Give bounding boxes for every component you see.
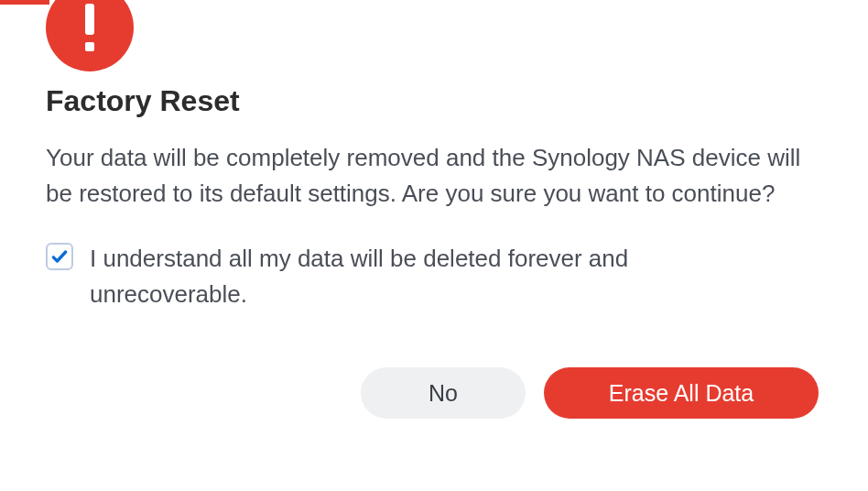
checkmark-icon: [50, 247, 69, 266]
dialog-body-text: Your data will be completely removed and…: [46, 140, 822, 212]
confirm-checkbox[interactable]: [46, 243, 73, 270]
confirm-checkbox-row: I understand all my data will be deleted…: [46, 241, 822, 312]
erase-all-data-button[interactable]: Erase All Data: [544, 367, 819, 419]
exclamation-bar: [85, 4, 94, 35]
dialog-title: Factory Reset: [46, 0, 822, 118]
no-button[interactable]: No: [361, 367, 526, 419]
confirm-checkbox-label: I understand all my data will be deleted…: [90, 241, 786, 312]
dialog-button-row: No Erase All Data: [46, 367, 822, 419]
factory-reset-dialog: Factory Reset Your data will be complete…: [0, 0, 868, 419]
exclamation-dot: [85, 42, 94, 51]
